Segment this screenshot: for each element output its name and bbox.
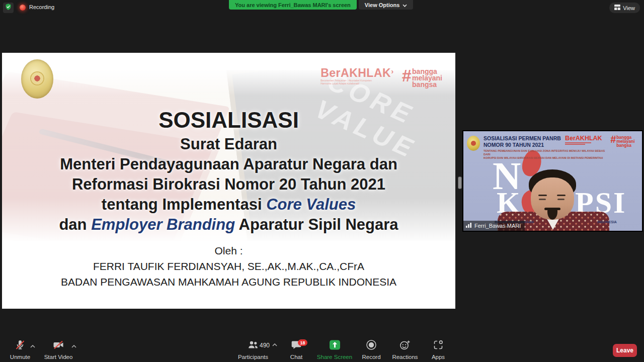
berakhlak-logo-small: BerAKHLAK (565, 135, 602, 145)
video-options-caret[interactable] (71, 341, 76, 350)
participants-label: Participants (238, 354, 268, 360)
chat-unread-badge: 18 (298, 339, 307, 346)
participant-name-label: Ferri_Bawas MARI (463, 221, 525, 231)
meeting-toolbar: Unmute Start Video Participants 490 (0, 339, 644, 362)
panel-resize-handle[interactable] (458, 176, 462, 189)
view-button[interactable]: View (609, 3, 640, 13)
slide-title-line1: SOSIALISASI (2, 106, 455, 134)
view-options-label: View Options (365, 2, 399, 8)
recording-label: Recording (29, 4, 54, 10)
start-video-label: Start Video (44, 354, 73, 360)
unmute-label: Unmute (10, 354, 30, 360)
bangga-melayani-bangsa-logo: # bangga melayani bangsa (401, 67, 442, 88)
share-screen-button[interactable]: Share Screen (316, 339, 353, 360)
record-label: Record (362, 354, 380, 360)
recording-dot-icon (20, 5, 26, 11)
oleh-label: Oleh : (2, 243, 455, 258)
record-button[interactable]: Record (359, 339, 383, 360)
record-icon (365, 339, 377, 353)
start-video-button[interactable]: Start Video (43, 339, 74, 360)
participants-icon (247, 339, 259, 353)
chevron-down-icon (403, 2, 407, 8)
view-options-button[interactable]: View Options (359, 0, 413, 10)
slide-title-line6: dan Employer Branding Aparatur Sipil Neg… (2, 215, 455, 235)
apps-icon (432, 339, 444, 353)
share-screen-icon (329, 339, 341, 353)
author-name: FERRI TAUFIK FERDIANSYAH, SE.,AK.,M.AK.,… (2, 258, 455, 274)
mahkamah-agung-seal-logo (21, 59, 53, 99)
mini-seal-logo (467, 136, 480, 151)
background-footer-right: INDONESIA (597, 220, 617, 224)
audio-options-caret[interactable] (30, 341, 35, 350)
slide-author-block: Oleh : FERRI TAUFIK FERDIANSYAH, SE.,AK.… (2, 243, 455, 290)
reactions-smiley-icon (399, 339, 411, 353)
participant-video[interactable]: N K PSI (462, 130, 643, 232)
grid-view-icon (614, 5, 620, 11)
shared-screen-slide: CORE VALUE BerAKHLAK› Berorientasi Pelay… (2, 53, 455, 309)
shield-check-icon (5, 3, 12, 13)
reactions-label: Reactions (392, 354, 418, 360)
camera-off-icon (52, 339, 64, 353)
berakhlak-logo: BerAKHLAK› Berorientasi Pelayanan | Akun… (320, 67, 393, 85)
chat-label: Chat (290, 354, 302, 360)
slide-title-line5: tentang Implementasi Core Values (2, 195, 455, 215)
author-org: BADAN PENGAWASAN MAHKAMAH AGUNG REPUBLIK… (2, 274, 455, 290)
participants-count: 490 (260, 342, 270, 349)
viewing-banner: You are viewing Ferri_Bawas MARI's scree… (229, 0, 357, 10)
microphone-muted-icon (14, 339, 26, 353)
participant-name: Ferri_Bawas MARI (474, 223, 521, 229)
share-screen-label: Share Screen (317, 354, 352, 360)
meeting-top-bar: Recording You are viewing Ferri_Bawas MA… (0, 0, 644, 13)
slide-title-line4: Reformasi Birokrasi Nomor 20 Tahun 2021 (2, 174, 455, 195)
bangga-logo-small: # bangga melayani bangsa (610, 134, 635, 147)
view-label: View (623, 5, 635, 11)
slide-title-line3: Menteri Pendayagunaan Aparatur Negara da… (2, 154, 455, 174)
apps-button[interactable]: Apps (428, 339, 449, 360)
reactions-button[interactable]: Reactions (389, 339, 421, 360)
participant-face (531, 171, 574, 221)
zoom-meeting-window: Recording You are viewing Ferri_Bawas MA… (0, 0, 644, 362)
slide-title-line2: Surat Edaran (2, 134, 455, 154)
signal-strength-icon (466, 223, 472, 229)
encryption-shield-button[interactable] (3, 3, 14, 13)
leave-button[interactable]: Leave (613, 344, 637, 357)
apps-label: Apps (432, 354, 445, 360)
slide-title-block: SOSIALISASI Surat Edaran Menteri Pendaya… (2, 106, 455, 290)
goatee (547, 210, 557, 220)
participants-options-caret[interactable] (272, 339, 277, 348)
